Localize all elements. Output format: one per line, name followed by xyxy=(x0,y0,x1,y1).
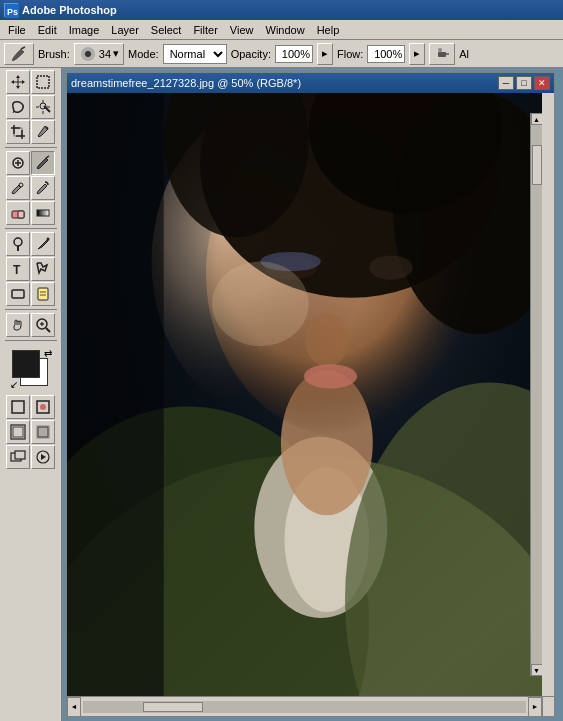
svg-text:Ps: Ps xyxy=(7,7,18,17)
color-swap-icon[interactable]: ⇄ xyxy=(44,348,52,359)
opacity-label: Opacity: xyxy=(231,48,271,60)
svg-rect-5 xyxy=(438,52,446,57)
airbrush-toggle[interactable] xyxy=(429,43,455,65)
flow-input[interactable] xyxy=(367,45,405,63)
marquee-tool[interactable] xyxy=(31,70,55,94)
mode-select[interactable]: Normal Multiply Screen xyxy=(163,44,227,64)
gradient-tool[interactable] xyxy=(31,201,55,225)
pen-tool[interactable] xyxy=(31,232,55,256)
eyedropper-tool[interactable] xyxy=(31,120,55,144)
menu-view[interactable]: View xyxy=(224,22,260,38)
svg-rect-35 xyxy=(38,288,48,300)
full-screen-btn[interactable] xyxy=(31,420,55,444)
menu-edit[interactable]: Edit xyxy=(32,22,63,38)
toolbox: T ↙ ⇄ xyxy=(0,68,62,721)
doc-minimize-btn[interactable]: ─ xyxy=(498,76,514,90)
clone-stamp-tool[interactable] xyxy=(6,176,30,200)
path-select-tool[interactable] xyxy=(31,257,55,281)
magic-wand-tool[interactable] xyxy=(31,95,55,119)
quick-mask-btn[interactable] xyxy=(31,395,55,419)
text-tool[interactable]: T xyxy=(6,257,30,281)
menu-filter[interactable]: Filter xyxy=(187,22,223,38)
scroll-thumb-v[interactable] xyxy=(532,145,542,185)
opacity-arrow[interactable]: ▸ xyxy=(317,43,333,65)
svg-point-32 xyxy=(47,238,50,241)
scroll-thumb-h[interactable] xyxy=(143,702,203,712)
standard-screen-btn[interactable] xyxy=(6,420,30,444)
doc-maximize-btn[interactable]: □ xyxy=(516,76,532,90)
menu-image[interactable]: Image xyxy=(63,22,106,38)
brush-dropdown-icon: ▾ xyxy=(113,47,119,60)
clothing-layer xyxy=(67,476,542,696)
tool-divider-2 xyxy=(5,228,57,229)
hand-tool[interactable] xyxy=(6,313,30,337)
flow-arrow[interactable]: ▸ xyxy=(409,43,425,65)
lasso-tool[interactable] xyxy=(6,95,30,119)
svg-line-21 xyxy=(46,127,48,129)
menu-bar: File Edit Image Layer Select Filter View… xyxy=(0,20,563,40)
brush-size: 34 xyxy=(99,48,111,60)
tool-row-4 xyxy=(6,151,55,175)
right-scrollbar: ▲ ▼ xyxy=(530,113,542,676)
document-titlebar: dreamstimefree_2127328.jpg @ 50% (RGB/8*… xyxy=(67,73,554,93)
svg-rect-46 xyxy=(13,427,23,437)
scroll-down-arrow[interactable]: ▼ xyxy=(531,664,543,676)
svg-text:T: T xyxy=(13,263,21,277)
notes-tool[interactable] xyxy=(31,282,55,306)
brush-tool-icon[interactable] xyxy=(4,43,34,65)
scroll-track-v xyxy=(531,125,543,664)
foreground-color-swatch[interactable] xyxy=(12,350,40,378)
scroll-left-arrow[interactable]: ◄ xyxy=(67,697,81,717)
extra-tools-row xyxy=(6,445,55,469)
brush-label: Brush: xyxy=(38,48,70,60)
history-brush-tool[interactable] xyxy=(31,176,55,200)
move-tool[interactable] xyxy=(6,70,30,94)
healing-brush-tool[interactable] xyxy=(6,151,30,175)
scroll-right-arrow[interactable]: ► xyxy=(528,697,542,717)
dodge-tool[interactable] xyxy=(6,232,30,256)
menu-file[interactable]: File xyxy=(2,22,32,38)
document-window: dreamstimefree_2127328.jpg @ 50% (RGB/8*… xyxy=(66,72,555,717)
flow-label: Flow: xyxy=(337,48,363,60)
svg-line-9 xyxy=(13,111,14,113)
menu-select[interactable]: Select xyxy=(145,22,188,38)
svg-rect-50 xyxy=(15,451,25,459)
svg-rect-20 xyxy=(14,128,22,136)
tool-row-9 xyxy=(6,282,55,306)
color-swatches[interactable]: ↙ ⇄ xyxy=(10,348,52,390)
opacity-input[interactable] xyxy=(275,45,313,63)
tool-row-1 xyxy=(6,70,55,94)
svg-line-39 xyxy=(46,328,50,332)
tool-divider-1 xyxy=(5,147,57,148)
svg-rect-8 xyxy=(37,76,49,88)
doc-close-btn[interactable]: ✕ xyxy=(534,76,550,90)
svg-point-30 xyxy=(14,238,22,246)
tool-row-7 xyxy=(6,232,55,256)
svg-line-25 xyxy=(46,156,49,158)
standard-mode-btn[interactable] xyxy=(6,395,30,419)
scroll-up-arrow[interactable]: ▲ xyxy=(531,113,543,125)
svg-rect-28 xyxy=(18,211,24,218)
face-light-layer xyxy=(167,173,287,373)
screen-mode-row xyxy=(6,420,55,444)
menu-window[interactable]: Window xyxy=(260,22,311,38)
photo-content xyxy=(67,93,542,696)
options-bar: Brush: 34 ▾ Mode: Normal Multiply Screen… xyxy=(0,40,563,68)
menu-help[interactable]: Help xyxy=(311,22,346,38)
color-reset-icon[interactable]: ↙ xyxy=(10,379,18,390)
menu-layer[interactable]: Layer xyxy=(105,22,145,38)
eraser-tool[interactable] xyxy=(6,201,30,225)
imageready-btn[interactable] xyxy=(31,445,55,469)
mode-label: Mode: xyxy=(128,48,159,60)
switch-app-btn[interactable] xyxy=(6,445,30,469)
scroll-track-h xyxy=(83,701,526,713)
brush-picker[interactable]: 34 ▾ xyxy=(74,43,124,65)
svg-rect-34 xyxy=(12,290,24,298)
zoom-tool[interactable] xyxy=(31,313,55,337)
brush-tool[interactable] xyxy=(31,151,55,175)
crop-tool[interactable] xyxy=(6,120,30,144)
shape-tool[interactable] xyxy=(6,282,30,306)
svg-rect-29 xyxy=(37,210,49,216)
svg-point-4 xyxy=(85,51,91,57)
app-title-bar: Ps Adobe Photoshop xyxy=(0,0,563,20)
